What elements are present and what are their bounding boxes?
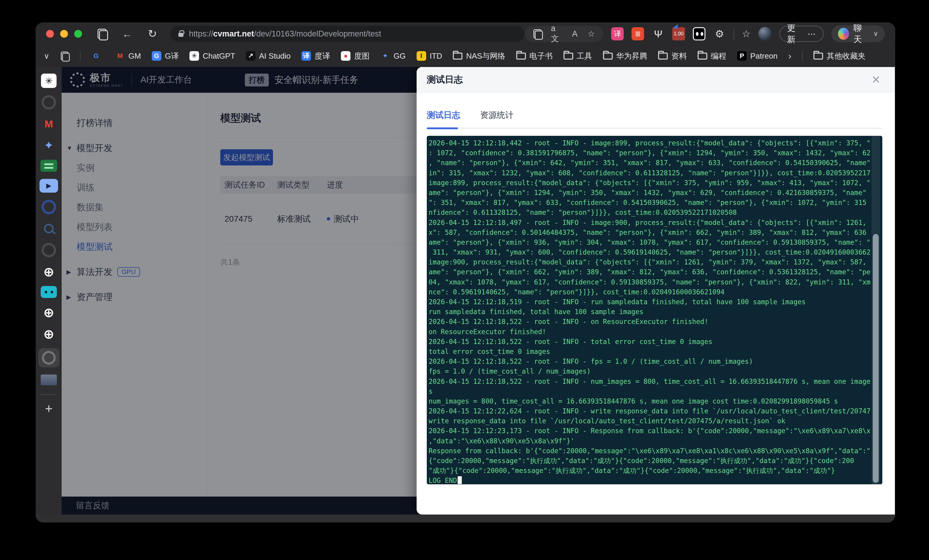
globe-tab-3[interactable] xyxy=(39,327,59,341)
bookmark-item[interactable]: ● 度图 xyxy=(341,51,369,61)
swirl-blue-tab[interactable] xyxy=(39,200,59,214)
update-button[interactable]: 更新⋯ xyxy=(779,26,824,42)
meituan-extension-icon[interactable]: Ψ xyxy=(652,27,664,40)
traffic-lights xyxy=(46,30,82,38)
bookmark-item[interactable]: M GM xyxy=(115,51,141,61)
bookmark-item[interactable]: I ITD xyxy=(417,51,442,61)
log-line: 2026-04-15 12:12:18,522 - root - INFO - … xyxy=(429,376,882,387)
bookmarks-divider-2 xyxy=(802,51,803,61)
log-line: in": 315, "xmax": 1232, "ymax": 608, "co… xyxy=(429,168,882,178)
bookmark-item[interactable]: NAS与网络 xyxy=(453,51,505,61)
bookmark-label: GM xyxy=(129,52,141,61)
log-line: 2026-04-15 12:12:18,442 - root - INFO - … xyxy=(429,138,882,148)
bookmark-label: 编程 xyxy=(711,51,727,61)
bookmark-item[interactable]: 华为昇腾 xyxy=(603,51,647,61)
browser-window: https://cvmart.net/dev/10163/modelDevelo… xyxy=(36,23,895,522)
notes-tab[interactable] xyxy=(40,160,57,172)
gemini-tab[interactable] xyxy=(39,138,59,153)
bookmark-item[interactable]: G G译 xyxy=(152,51,179,61)
log-line: 2026-04-15 12:12:18,522 - root - INFO - … xyxy=(429,357,882,366)
reload-icon[interactable] xyxy=(148,28,157,39)
log-lines: 2026-04-15 12:12:18,442 - root - INFO - … xyxy=(429,138,882,476)
bookmark-label: 电子书 xyxy=(529,51,553,61)
bookmark-label: NAS与网络 xyxy=(466,51,505,61)
copilot-chat-button[interactable]: 聊天 ∨ xyxy=(831,25,885,42)
new-tab-plus-icon[interactable] xyxy=(39,401,59,416)
globe-tab-2[interactable] xyxy=(39,305,59,320)
bookmark-item[interactable]: ✦ GG xyxy=(380,51,406,61)
tab-overview-icon[interactable] xyxy=(98,29,107,39)
url-text[interactable]: https://cvmart.net/dev/10163/modelDevelo… xyxy=(189,29,381,38)
bookmark-item[interactable]: G xyxy=(91,51,104,61)
tab-resource-stats[interactable]: 资源统计 xyxy=(480,110,514,122)
bookmark-item[interactable]: 资料 xyxy=(658,51,687,61)
zoom-window-button[interactable] xyxy=(74,30,82,38)
cvmart-tab[interactable] xyxy=(39,95,59,110)
log-line: x": 587, "confidence": 0.50146484375, "n… xyxy=(429,228,882,237)
toolbar-pill-group: a文 A ☆ xyxy=(525,26,603,42)
panel-header: 测试日志 ✕ xyxy=(417,67,895,93)
bookmark-label: Patreon xyxy=(750,52,777,61)
gmail-tab[interactable] xyxy=(39,117,59,131)
log-line: Response from callback: b'{"code":20000,… xyxy=(429,446,882,456)
minimize-window-button[interactable] xyxy=(60,30,68,38)
collections-icon[interactable] xyxy=(61,52,69,60)
panda-extension-icon[interactable] xyxy=(693,27,705,40)
chevron-down-icon: ∨ xyxy=(873,30,878,38)
profile-avatar[interactable] xyxy=(759,27,771,41)
bookmark-item[interactable]: ↗ AI Studio xyxy=(246,51,291,61)
favorites-list-icon[interactable]: ☆ xyxy=(742,28,751,40)
globe-tab-1[interactable] xyxy=(39,265,59,279)
bookmark-label: 度译 xyxy=(314,51,330,61)
address-bar[interactable]: https://cvmart.net/dev/10163/modelDevelo… xyxy=(170,26,524,42)
search-tab[interactable] xyxy=(39,221,59,236)
bookmark-item[interactable]: P Patreon xyxy=(737,51,777,61)
cvmart-tab-current[interactable] xyxy=(38,348,59,367)
back-icon[interactable] xyxy=(122,29,132,39)
price-extension-icon[interactable]: 1.00 xyxy=(672,27,685,40)
split-screen-icon[interactable] xyxy=(533,29,541,38)
terminal-cursor xyxy=(458,476,462,484)
other-bookmarks-folder[interactable]: 其他收藏夹 xyxy=(814,51,866,61)
terminal-scrollbar-thumb[interactable] xyxy=(873,234,879,483)
translate-extension-icon[interactable]: 译 xyxy=(611,27,624,40)
bookmark-favicon: I xyxy=(417,51,426,61)
bookmark-item[interactable]: 编程 xyxy=(698,51,727,61)
tab-test-log[interactable]: 测试日志 xyxy=(427,110,460,122)
window-bottom-edge xyxy=(36,514,895,522)
bookmark-label: 度图 xyxy=(354,51,369,61)
log-line: on ResourceExecutor finished! xyxy=(429,327,882,337)
close-icon[interactable]: ✕ xyxy=(872,75,880,85)
chatgpt-tab[interactable] xyxy=(41,73,57,88)
log-line: fps = 1.0 / (time_cost_all / num_images) xyxy=(429,366,882,376)
read-aloud-icon[interactable]: A xyxy=(572,29,578,38)
vertical-tabs-chevron-icon[interactable]: ∨ xyxy=(44,52,49,60)
bookmark-favicon xyxy=(564,53,573,60)
extensions-puzzle-icon[interactable]: ⚙ xyxy=(713,27,726,40)
bookmark-favicon: G xyxy=(91,51,101,61)
notes-extension-icon[interactable]: ≣ xyxy=(632,27,644,40)
bookmark-label: 华为昇腾 xyxy=(616,51,647,61)
bookmarks-overflow-icon[interactable]: › xyxy=(788,52,791,60)
log-line: nfidence": 0.611328125, "name": "person"… xyxy=(429,208,882,217)
bookmark-item[interactable]: 电子书 xyxy=(516,51,553,61)
log-line: , "name": "person"}, {"xmin": 642, "ymin… xyxy=(429,158,882,168)
swirl-dim-tab[interactable] xyxy=(39,243,59,257)
log-line: 2026-04-15 12:12:18,519 - root - INFO - … xyxy=(429,297,882,307)
translate-icon[interactable]: a文 xyxy=(551,24,562,44)
copilot-icon xyxy=(838,28,849,40)
video-tab-active[interactable] xyxy=(40,179,58,193)
close-window-button[interactable] xyxy=(46,30,54,38)
screenshot-tab[interactable] xyxy=(41,375,57,385)
favorite-star-icon[interactable]: ☆ xyxy=(588,29,595,38)
bookmark-item[interactable]: ✳ ChatGPT xyxy=(189,51,235,61)
bookmark-item[interactable]: 译 度译 xyxy=(301,51,330,61)
folder-icon xyxy=(814,53,823,60)
bookmark-favicon xyxy=(516,53,526,60)
bookmark-item[interactable]: 工具 xyxy=(564,51,592,61)
log-terminal[interactable]: 2026-04-15 12:12:18,442 - root - INFO - … xyxy=(427,136,882,484)
tab-icons xyxy=(38,73,59,392)
log-line: 2026-04-15 12:12:23,173 - root - INFO - … xyxy=(429,426,882,436)
robot-tab[interactable] xyxy=(41,286,57,298)
bookmark-favicon: ● xyxy=(341,51,351,61)
